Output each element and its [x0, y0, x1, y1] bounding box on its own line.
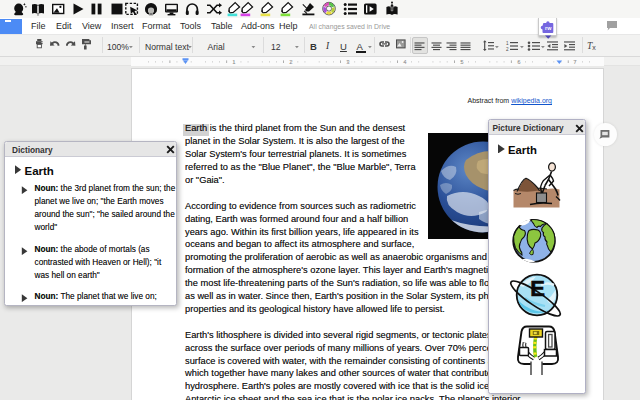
svg-text:6: 6 [517, 59, 521, 65]
svg-text:E: E [530, 276, 545, 301]
svg-text:7: 7 [573, 59, 577, 65]
svg-text:1: 1 [232, 59, 236, 65]
svg-text:5: 5 [460, 59, 464, 65]
svg-text:2: 2 [289, 59, 293, 65]
svg-text:4: 4 [403, 59, 407, 65]
svg-text:rw: rw [545, 25, 552, 31]
svg-text:3: 3 [346, 59, 350, 65]
